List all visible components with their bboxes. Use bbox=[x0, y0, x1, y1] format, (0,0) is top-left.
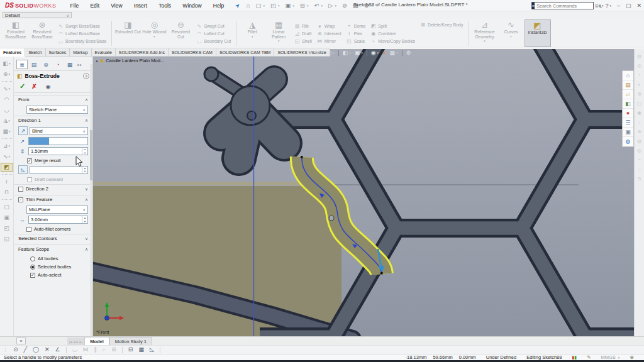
end-condition-dropdown[interactable]: Blind ∨ bbox=[30, 127, 88, 135]
view-settings-icon[interactable]: ⚙ bbox=[406, 50, 411, 56]
line-tool-icon[interactable]: ╱ bbox=[24, 347, 27, 353]
menu-tools[interactable]: Tools bbox=[153, 3, 176, 9]
menu-edit[interactable]: Edit bbox=[85, 3, 104, 9]
task-pane-faint-icon[interactable]: ◌ bbox=[638, 120, 641, 125]
task-pane-faint-icon[interactable]: ◔ bbox=[638, 73, 641, 78]
help-icon[interactable]: ? bbox=[605, 3, 608, 9]
spin-down-icon[interactable]: ▼ bbox=[82, 170, 87, 173]
file-explorer-icon[interactable]: ▱ bbox=[623, 90, 633, 99]
menu-help[interactable]: Help bbox=[208, 3, 229, 9]
circle-tool-icon[interactable]: ◯ bbox=[33, 347, 39, 353]
toolbar-boundary-icon[interactable]: ◡ bbox=[1, 106, 13, 114]
lofted-boss-base-button[interactable]: ◠Lofted Boss/Base bbox=[58, 31, 106, 36]
save-icon[interactable]: ▣ bbox=[286, 2, 291, 9]
delete-keep-body-button[interactable]: ⊠Delete/Keep Body bbox=[420, 22, 463, 28]
fillet-tool-icon[interactable]: ◡ bbox=[72, 347, 77, 353]
task-pane-faint-icon[interactable]: ◍ bbox=[637, 54, 641, 59]
pin-menu-icon[interactable]: ➤ bbox=[234, 1, 242, 9]
solidworks-forum-icon[interactable]: ◍ bbox=[623, 137, 633, 146]
mirror-tool-icon[interactable]: ⋈ bbox=[83, 347, 89, 353]
toolbar-shell-icon[interactable]: ⊓ bbox=[1, 188, 13, 197]
reference-geometry-button[interactable]: ⊿Reference Geometry▾ bbox=[472, 19, 498, 47]
expand-triangle-icon[interactable]: ▸ bbox=[96, 58, 98, 63]
task-pane-faint-icon[interactable]: ◌ bbox=[638, 167, 641, 172]
caret-icon[interactable]: ▾ bbox=[349, 51, 351, 55]
edit-appearance-icon[interactable]: ● bbox=[382, 50, 386, 56]
section-from-header[interactable]: From ∧ bbox=[14, 95, 92, 104]
toolbar-swept-icon[interactable]: ∿▾ bbox=[1, 84, 13, 93]
wrap-button[interactable]: ◕Wrap bbox=[317, 23, 341, 29]
design-library-icon[interactable]: ▤ bbox=[623, 80, 633, 90]
task-pane-faint-icon[interactable]: ◎ bbox=[637, 148, 641, 153]
appearances-scenes-icon[interactable]: ● bbox=[623, 109, 633, 118]
boundary-cut-button[interactable]: ◡Boundary Cut bbox=[196, 38, 231, 44]
tab-markup[interactable]: Markup bbox=[70, 48, 91, 57]
user-account-icon[interactable]: ☺ bbox=[594, 3, 599, 9]
section-thin-feature-header[interactable]: ✓ Thin Feature ∧ bbox=[14, 195, 92, 204]
rib-button[interactable]: ▥Rib bbox=[294, 23, 312, 29]
tab-scroll-right-icon[interactable]: ▸ bbox=[80, 62, 82, 67]
extruded-boss-base-button[interactable]: ◧Extruded Boss/Base bbox=[3, 19, 29, 47]
caret-icon[interactable]: ▾ bbox=[264, 4, 265, 8]
tab-scroll-left-icon[interactable]: ◂ bbox=[77, 62, 79, 67]
instant3d-button[interactable]: ◩Instant3D bbox=[525, 19, 551, 47]
curves-button[interactable]: ∿Curves▾ bbox=[498, 19, 525, 47]
task-pane-faint-icon[interactable]: ◔ bbox=[638, 158, 641, 163]
draft-button[interactable]: ◺ bbox=[18, 165, 28, 174]
tab-solidworks-cam-tbm[interactable]: SOLIDWORKS CAM TBM bbox=[216, 48, 275, 57]
checkbox-checked-icon[interactable]: ✓ bbox=[27, 158, 32, 163]
combine-button[interactable]: ◉Combine bbox=[370, 31, 415, 36]
toolbar-body-icon[interactable]: ◱ bbox=[1, 234, 13, 243]
apply-scene-icon[interactable]: ▦ bbox=[390, 50, 396, 56]
lantern-body-panel[interactable] bbox=[93, 184, 341, 336]
checkbox-unchecked-icon[interactable] bbox=[26, 227, 31, 232]
cam-tab-icon[interactable]: ▦ bbox=[64, 60, 75, 69]
spin-down-icon[interactable]: ▼ bbox=[82, 151, 87, 155]
offset-tool-icon[interactable]: ∥ bbox=[94, 347, 97, 353]
solidworks-resources-icon[interactable]: ⌂ bbox=[623, 71, 633, 80]
tab-surfaces[interactable]: Surfaces bbox=[46, 48, 70, 57]
hide-show-items-icon[interactable]: ◉ bbox=[371, 50, 376, 56]
reverse-direction-button[interactable]: ↗ bbox=[18, 126, 28, 135]
toolbar-pattern-icon[interactable]: ▦▾ bbox=[1, 127, 13, 136]
revolved-cut-button[interactable]: ⊖Revolved Cut bbox=[167, 19, 194, 47]
task-pane-faint-icon[interactable]: ⊕ bbox=[637, 92, 641, 97]
task-pane-faint-icon[interactable]: ▢ bbox=[637, 101, 642, 106]
toolbar-fillet-icon[interactable]: ◮▾ bbox=[1, 116, 13, 125]
restore-button[interactable]: ▢ bbox=[626, 3, 631, 9]
custom-properties-icon[interactable]: ☰ bbox=[623, 118, 633, 128]
collapse-panel-button[interactable]: « bbox=[16, 337, 26, 344]
circle-point-tool-icon[interactable]: ⊙ bbox=[13, 347, 18, 353]
dome-button[interactable]: ◓Dome bbox=[347, 23, 366, 29]
view-orientation-icon[interactable]: ◧ bbox=[343, 50, 348, 56]
help-icon[interactable]: ? bbox=[83, 73, 89, 79]
fillet-button[interactable]: ◮Fillet▾ bbox=[239, 19, 265, 47]
view-palette-icon[interactable]: ◧ bbox=[623, 99, 633, 109]
cancel-x-button[interactable]: ✗ bbox=[31, 83, 36, 90]
preview-eye-button[interactable]: ◉ bbox=[46, 84, 51, 90]
task-pane-faint-icon[interactable]: ◐ bbox=[638, 82, 641, 87]
menu-file[interactable]: File bbox=[65, 3, 84, 9]
panel-scrollbar[interactable] bbox=[90, 64, 92, 336]
caret-icon[interactable]: ▾ bbox=[321, 51, 323, 55]
depth-spinbox[interactable]: 1.50mm ▲▼ bbox=[28, 147, 88, 155]
search-input[interactable] bbox=[535, 3, 599, 9]
scale-button[interactable]: ◰Scale bbox=[347, 38, 366, 44]
search-commands-box[interactable]: » ▾ bbox=[531, 2, 594, 9]
tab-solidworks-add-ins[interactable]: SOLIDWORKS Add-Ins bbox=[116, 48, 169, 57]
caret-icon[interactable]: ▾ bbox=[377, 51, 379, 55]
spin-down-icon[interactable]: ▼ bbox=[82, 220, 87, 224]
task-pane-faint-icon[interactable]: ⊙ bbox=[637, 177, 641, 182]
toolbar-extrude-icon[interactable]: ◧▾ bbox=[1, 59, 13, 68]
boundary-boss-base-button[interactable]: ◡Boundary Boss/Base bbox=[58, 38, 106, 44]
all-bodies-radio-row[interactable]: All bodies bbox=[30, 256, 88, 261]
configuration-manager-tab-icon[interactable]: ⊕ bbox=[40, 60, 52, 69]
menu-view[interactable]: View bbox=[106, 3, 127, 9]
checkbox-unchecked-icon[interactable] bbox=[18, 187, 23, 192]
toolbar-body-icon[interactable]: ◰ bbox=[1, 224, 13, 233]
task-pane-faint-icon[interactable]: ◎ bbox=[637, 63, 641, 69]
status-options-icon[interactable]: ⊕ bbox=[630, 354, 634, 360]
from-plane-dropdown[interactable]: Sketch Plane ∨ bbox=[26, 106, 88, 114]
direction-reference-selection-box[interactable] bbox=[28, 137, 88, 145]
swept-boss-base-button[interactable]: ∿Swept Boss/Base bbox=[58, 23, 106, 29]
